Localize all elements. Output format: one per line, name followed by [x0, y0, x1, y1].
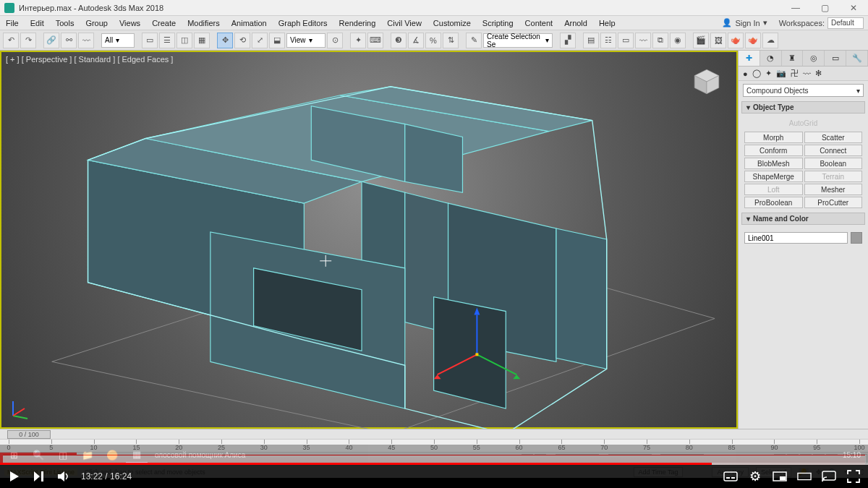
systems-icon[interactable]: ✻ — [815, 69, 822, 78]
btn-shapemerge[interactable]: ShapeMerge — [744, 171, 803, 182]
snap-toggle-button[interactable]: ❸ — [391, 33, 407, 48]
rendered-frame-button[interactable]: 🖼 — [710, 33, 726, 48]
helpers-icon[interactable]: 卍 — [791, 68, 799, 79]
use-center-button[interactable]: ⊙ — [327, 33, 343, 48]
window-crossing-button[interactable]: ▦ — [194, 33, 210, 48]
menu-views[interactable]: Views — [114, 17, 146, 29]
render-online-button[interactable]: ☁ — [762, 33, 778, 48]
menu-civilview[interactable]: Civil View — [381, 17, 427, 29]
app-3dsmax-icon[interactable]: ▦ — [126, 446, 148, 463]
menu-help[interactable]: Help — [593, 17, 621, 29]
tab-modify[interactable]: ◔ — [760, 51, 782, 66]
menu-customize[interactable]: Customize — [427, 17, 477, 29]
reference-coord-dropdown[interactable]: View▾ — [286, 33, 326, 48]
keymode-dropdown[interactable]: Selected — [756, 467, 791, 477]
object-color-swatch[interactable] — [851, 232, 862, 244]
keyboard-shortcut-button[interactable]: ⌨ — [367, 33, 383, 48]
btn-boolean[interactable]: Boolean — [804, 158, 863, 169]
window-close-button[interactable]: ✕ — [839, 0, 868, 16]
workspace-selector[interactable]: Workspaces: Default — [775, 17, 868, 29]
tab-display[interactable]: ▭ — [825, 51, 846, 66]
tab-motion[interactable]: ◎ — [803, 51, 825, 66]
edit-named-sel-button[interactable]: ✎ — [466, 33, 482, 48]
angle-snap-button[interactable]: ∡ — [408, 33, 424, 48]
mirror-button[interactable]: ▞ — [560, 33, 576, 48]
btn-mesher[interactable]: Mesher — [804, 184, 863, 195]
select-by-name-button[interactable]: ☰ — [159, 33, 175, 48]
category-dropdown[interactable]: Compound Objects▾ — [743, 84, 864, 97]
render-setup-button[interactable]: 🎬 — [693, 33, 709, 48]
menu-content[interactable]: Content — [519, 17, 559, 29]
spinner-snap-button[interactable]: ⇅ — [443, 33, 459, 48]
render-iterative-button[interactable]: 🫖 — [745, 33, 761, 48]
named-selection-dropdown[interactable]: Create Selection Se▾ — [483, 33, 553, 48]
select-move-button[interactable]: ✥ — [217, 33, 233, 48]
menu-rendering[interactable]: Rendering — [333, 17, 382, 29]
select-scale-button[interactable]: ⤢ — [252, 33, 268, 48]
tab-hierarchy[interactable]: ♜ — [782, 51, 804, 66]
menu-edit[interactable]: Edit — [25, 17, 50, 29]
undo-button[interactable]: ↶ — [3, 33, 19, 48]
cameras-icon[interactable]: 📷 — [776, 69, 786, 78]
unlink-button[interactable]: ⚯ — [61, 33, 77, 48]
btn-morph[interactable]: Morph — [744, 132, 803, 143]
nav-zoom-button[interactable]: 🔍 — [829, 468, 837, 476]
tab-utilities[interactable]: 🔧 — [846, 51, 868, 66]
align-button[interactable]: ▤ — [583, 33, 599, 48]
curve-editor-button[interactable]: 〰 — [635, 33, 651, 48]
schematic-view-button[interactable]: ⧉ — [652, 33, 668, 48]
btn-conform[interactable]: Conform — [744, 145, 803, 156]
material-editor-button[interactable]: ◉ — [670, 33, 686, 48]
rollout-object-type[interactable]: ▾Object Type — [741, 101, 865, 114]
bind-spacewarp-button[interactable]: 〰 — [78, 33, 94, 48]
search-icon[interactable]: 🔍 — [27, 446, 49, 463]
menu-group[interactable]: Group — [80, 17, 114, 29]
signin-button[interactable]: 👤 Sign In ▾ — [715, 18, 774, 27]
layer-explorer-button[interactable]: ☷ — [600, 33, 616, 48]
perspective-viewport[interactable]: [ + ] [ Perspective ] [ Standard ] [ Edg… — [0, 51, 738, 429]
geometry-icon[interactable]: ● — [743, 69, 748, 78]
btn-connect[interactable]: Connect — [804, 145, 863, 156]
btn-procutter[interactable]: ProCutter — [804, 197, 863, 208]
window-minimize-button[interactable]: — — [781, 0, 810, 16]
select-rotate-button[interactable]: ⟲ — [234, 33, 250, 48]
lights-icon[interactable]: ✦ — [765, 69, 772, 78]
toggle-ribbon-button[interactable]: ▭ — [618, 33, 634, 48]
menu-file[interactable]: File — [0, 17, 25, 29]
select-place-button[interactable]: ⬓ — [269, 33, 285, 48]
taskbar-clock[interactable]: 15:10 — [838, 451, 865, 459]
set-key-big-button[interactable]: 🔑 — [799, 468, 809, 476]
select-object-button[interactable]: ▭ — [142, 33, 158, 48]
link-button[interactable]: 🔗 — [43, 33, 59, 48]
menu-modifiers[interactable]: Modifiers — [182, 17, 226, 29]
add-time-tag-button[interactable]: Add Time Tag — [634, 467, 684, 477]
menu-create[interactable]: Create — [146, 17, 182, 29]
taskview-icon[interactable]: ◫ — [52, 446, 74, 463]
nav-pan-button[interactable]: ✥ — [816, 468, 822, 476]
redo-button[interactable]: ↷ — [20, 33, 36, 48]
window-maximize-button[interactable]: ▢ — [810, 0, 839, 16]
spacewarps-icon[interactable]: 〰 — [803, 69, 811, 78]
tab-create[interactable]: ✚ — [739, 51, 760, 66]
maxscript-listener-label[interactable]: MAXScript Mini Listene — [4, 468, 77, 476]
percent-snap-button[interactable]: % — [425, 33, 441, 48]
rollout-name-color[interactable]: ▾Name and Color — [741, 213, 865, 225]
btn-scatter[interactable]: Scatter — [804, 132, 863, 143]
menu-scripting[interactable]: Scripting — [477, 17, 519, 29]
render-production-button[interactable]: 🫖 — [728, 33, 744, 48]
time-slider[interactable]: 0 / 100 — [0, 429, 868, 439]
menu-arnold[interactable]: Arnold — [558, 17, 593, 29]
object-name-input[interactable] — [744, 232, 848, 244]
browser-icon[interactable]: 🟠 — [101, 446, 123, 463]
menu-animation[interactable]: Animation — [226, 17, 273, 29]
autokey-toggle[interactable]: Auto Key — [712, 467, 749, 477]
manipulate-button[interactable]: ✦ — [350, 33, 366, 48]
start-button[interactable]: ⊞ — [3, 446, 25, 463]
autogrid-checkbox[interactable]: AutoGrid — [744, 118, 862, 129]
nav-orbit-button[interactable]: ⟲ — [844, 468, 850, 476]
nav-maximize-button[interactable]: ⛶ — [857, 468, 864, 476]
menu-grapheditors[interactable]: Graph Editors — [273, 17, 333, 29]
btn-proboolean[interactable]: ProBoolean — [744, 197, 803, 208]
select-region-button[interactable]: ◫ — [176, 33, 192, 48]
shapes-icon[interactable]: ◯ — [752, 69, 761, 78]
